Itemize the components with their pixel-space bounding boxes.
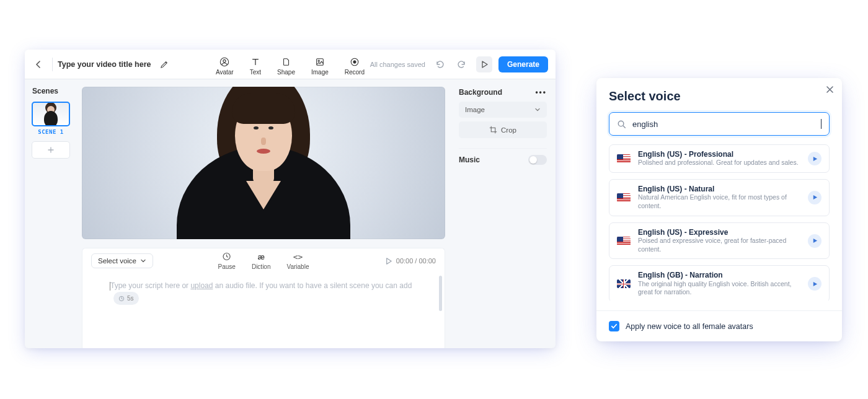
crop-icon <box>489 126 497 134</box>
image-icon <box>315 57 325 67</box>
voice-option[interactable]: English (GB) - Narration The original hi… <box>609 265 830 300</box>
scenes-heading: Scenes <box>32 87 72 95</box>
clock-icon <box>223 252 231 261</box>
play-icon <box>812 281 818 287</box>
music-toggle[interactable] <box>528 155 547 165</box>
insert-shape-button[interactable]: Shape <box>277 53 295 76</box>
pause-button[interactable]: Pause <box>218 252 236 270</box>
divider <box>52 58 53 71</box>
tool-label: Avatar <box>216 69 234 76</box>
silence-chip[interactable]: 5s <box>113 292 139 305</box>
chevron-left-icon <box>35 61 42 68</box>
voice-preview-play[interactable] <box>808 191 822 204</box>
voice-preview-play[interactable] <box>808 277 822 291</box>
topbar: Type your video title here Avatar Text S… <box>25 50 556 79</box>
play-outline-icon[interactable] <box>384 257 392 265</box>
script-panel: Select voice Pause æ Diction <box>82 248 445 348</box>
voice-search-input[interactable] <box>632 120 815 129</box>
play-icon <box>812 156 818 162</box>
voice-option[interactable]: English (US) - Professional Polished and… <box>609 144 830 173</box>
dialog-title: Select voice <box>609 89 830 103</box>
voice-search-field[interactable] <box>609 112 830 136</box>
select-voice-label: Select voice <box>98 257 136 265</box>
flag-us-icon <box>617 193 631 202</box>
insert-avatar-button[interactable]: Avatar <box>216 53 234 76</box>
voice-option[interactable]: English (US) - Expressive Poised and exp… <box>609 222 830 260</box>
search-icon <box>617 120 626 129</box>
video-title-input[interactable]: Type your video title here <box>58 60 151 69</box>
script-toolbar: Pause æ Diction <> Variable <box>218 252 309 270</box>
scenes-panel: Scenes SCENE 1 <box>25 79 77 348</box>
background-heading: Background <box>459 88 502 97</box>
insert-image-button[interactable]: Image <box>311 53 329 76</box>
preview-button[interactable] <box>476 56 492 72</box>
save-status: All changes saved <box>370 61 425 68</box>
redo-button[interactable] <box>454 56 470 72</box>
tool-label: Text <box>250 69 261 76</box>
music-heading: Music <box>459 156 480 164</box>
pencil-icon[interactable] <box>160 60 169 69</box>
chevron-down-icon <box>534 107 541 113</box>
play-icon <box>812 238 818 243</box>
center-column: Select voice Pause æ Diction <box>77 79 450 348</box>
tool-label: Image <box>311 69 329 76</box>
add-scene-button[interactable] <box>32 141 70 159</box>
properties-panel: Background ••• Image Crop Music <box>450 79 556 348</box>
clock-icon <box>118 296 125 302</box>
scrollbar[interactable] <box>439 276 442 311</box>
variable-button[interactable]: <> Variable <box>286 252 309 270</box>
chevron-down-icon <box>140 258 146 264</box>
flag-us-icon <box>617 237 631 245</box>
checkbox-checked-icon <box>609 321 619 331</box>
insert-text-button[interactable]: Text <box>250 53 261 76</box>
select-voice-dialog: Select voice English (US) - Professional… <box>596 78 842 341</box>
avatar-preview <box>170 87 356 239</box>
insert-toolbar: Avatar Text Shape Image Record <box>216 53 365 76</box>
background-menu-button[interactable]: ••• <box>535 88 547 97</box>
svg-point-3 <box>318 60 319 61</box>
close-icon <box>826 86 833 93</box>
record-icon <box>350 57 360 67</box>
canvas[interactable] <box>82 87 445 239</box>
diction-button[interactable]: æ Diction <box>252 252 271 270</box>
voice-option[interactable]: English (US) - Natural Natural American … <box>609 179 830 216</box>
text-icon <box>250 57 260 67</box>
apply-to-all-checkbox[interactable]: Apply new voice to all female avatars <box>609 320 830 331</box>
voice-preview-play[interactable] <box>808 234 822 248</box>
voice-list: English (US) - Professional Polished and… <box>609 144 830 300</box>
svg-point-5 <box>353 60 356 63</box>
topbar-right: All changes saved Generate <box>370 56 548 72</box>
tool-label: Record <box>345 69 365 76</box>
close-button[interactable] <box>823 83 836 95</box>
svg-point-1 <box>223 59 226 62</box>
voice-preview-play[interactable] <box>808 152 822 165</box>
playback-time: 00:00 / 00:00 <box>384 257 436 265</box>
shape-icon <box>281 57 291 67</box>
flag-gb-icon <box>617 279 631 288</box>
play-icon <box>812 195 818 200</box>
background-type-select[interactable]: Image <box>459 102 547 118</box>
diction-icon: æ <box>257 252 265 261</box>
redo-icon <box>457 59 467 69</box>
svg-point-8 <box>618 121 624 126</box>
flag-us-icon <box>617 154 631 163</box>
play-icon <box>480 60 489 69</box>
text-cursor <box>821 119 822 129</box>
script-textarea[interactable]: Type your script here or upload an audio… <box>82 273 445 314</box>
undo-icon <box>435 59 445 69</box>
scene-caption: SCENE 1 <box>30 129 72 135</box>
tool-label: Shape <box>277 69 295 76</box>
plus-icon <box>48 147 54 153</box>
avatar-icon <box>219 57 229 67</box>
divider <box>596 310 842 311</box>
scene-thumbnail[interactable] <box>32 102 70 126</box>
variable-icon: <> <box>293 252 303 261</box>
select-voice-dropdown[interactable]: Select voice <box>91 253 153 268</box>
crop-button[interactable]: Crop <box>459 121 547 138</box>
upload-link[interactable]: upload <box>190 281 213 290</box>
video-editor-window: Type your video title here Avatar Text S… <box>25 50 556 348</box>
insert-record-button[interactable]: Record <box>345 53 365 76</box>
generate-button[interactable]: Generate <box>498 56 548 72</box>
undo-button[interactable] <box>432 56 448 72</box>
back-button[interactable] <box>32 58 45 71</box>
